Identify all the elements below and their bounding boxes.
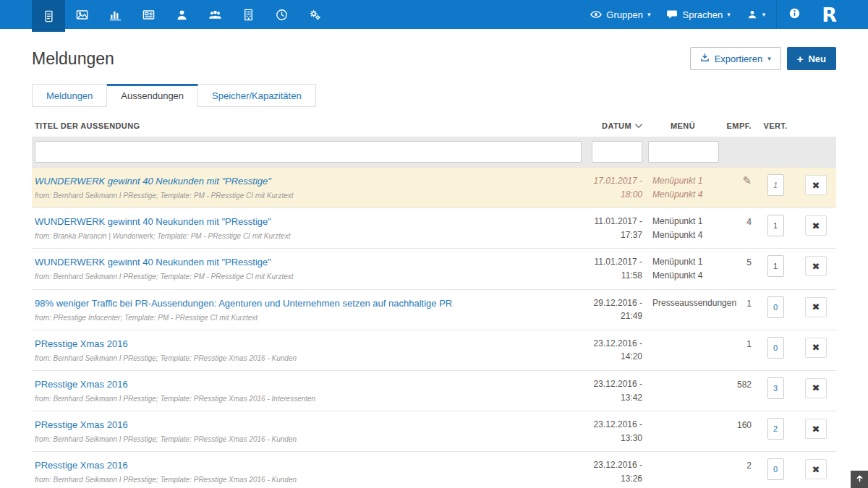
delete-button[interactable]: ✖ xyxy=(805,338,827,358)
delete-button[interactable]: ✖ xyxy=(805,459,827,479)
distribution-count-box[interactable]: 1 xyxy=(767,255,784,277)
column-header-date-label: DATUM xyxy=(602,121,631,130)
dispatch-title-link[interactable]: PResstige Xmas 2016 xyxy=(35,379,128,390)
page-title: Meldungen xyxy=(32,49,114,69)
languages-dropdown[interactable]: Sprachen ▾ xyxy=(658,0,738,29)
dispatch-title-link[interactable]: PResstige Xmas 2016 xyxy=(35,419,128,430)
dispatch-title-link[interactable]: 98% weniger Traffic bei PR-Aussendungen:… xyxy=(35,298,452,309)
table-row: PResstige Xmas 2016 from: Bernhard Seikm… xyxy=(32,370,836,411)
pencil-icon[interactable]: ✎ xyxy=(742,174,752,187)
dispatch-subtitle: from: Bernhard Seikmann I PResstige; Tem… xyxy=(35,273,584,281)
table-row: PResstige Xmas 2016 from: Bernhard Seikm… xyxy=(32,451,836,488)
chevron-down-icon: ▾ xyxy=(767,56,771,62)
tab-aussendungen[interactable]: Aussendungen xyxy=(107,84,198,107)
eye-icon xyxy=(590,9,602,20)
chevron-down-icon: ▾ xyxy=(647,12,651,18)
table-header-row: TITEL DER AUSSENDUNG DATUM MENÜ EMPF. VE… xyxy=(32,114,836,137)
tab-bar: MeldungenAussendungenSpeicher/Kapazitäte… xyxy=(32,84,836,107)
dispatch-menu: Menüpunkt 1Menüpunkt 4 xyxy=(642,174,723,201)
nav-images-icon[interactable] xyxy=(65,0,98,29)
dispatch-table: TITEL DER AUSSENDUNG DATUM MENÜ EMPF. VE… xyxy=(32,114,836,488)
navbar-divider xyxy=(776,0,777,29)
navbar-module-icons xyxy=(32,0,331,29)
table-row: 98% weniger Traffic bei PR-Aussendungen:… xyxy=(32,289,836,330)
dispatch-menu: Menüpunkt 1Menüpunkt 4 xyxy=(642,215,723,241)
column-header-empf[interactable]: EMPF. xyxy=(723,121,755,130)
nav-user-icon[interactable] xyxy=(165,0,198,29)
info-button[interactable] xyxy=(780,0,809,29)
delete-button[interactable]: ✖ xyxy=(805,419,827,439)
table-row: PResstige Xmas 2016 from: Bernhard Seikm… xyxy=(32,330,836,370)
new-button[interactable]: + Neu xyxy=(787,47,836,70)
nav-history-icon[interactable] xyxy=(265,0,298,29)
nav-news-icon[interactable] xyxy=(132,0,165,29)
plus-icon: + xyxy=(797,53,804,64)
navbar-right: Gruppen ▾ Sprachen ▾ ▾ R xyxy=(582,0,868,29)
table-row: WUNDERWERK gewinnt 40 Neukunden mit "PRe… xyxy=(32,248,836,288)
dispatch-title-link[interactable]: PResstige Xmas 2016 xyxy=(35,338,128,349)
user-icon xyxy=(746,9,758,20)
nav-document-icon[interactable] xyxy=(32,0,65,32)
delete-button[interactable]: ✖ xyxy=(805,297,827,317)
dispatch-subtitle: from: Bernhard Seikmann I PResstige; Tem… xyxy=(35,435,584,443)
delete-button[interactable]: ✖ xyxy=(805,175,827,195)
dispatch-title-link[interactable]: WUNDERWERK gewinnt 40 Neukunden mit "PRe… xyxy=(35,176,271,187)
delete-button[interactable]: ✖ xyxy=(805,378,827,398)
column-header-menu[interactable]: MENÜ xyxy=(642,121,723,130)
scroll-to-top-button[interactable] xyxy=(851,471,868,488)
nav-statistics-icon[interactable] xyxy=(98,0,132,29)
column-header-title[interactable]: TITEL DER AUSSENDUNG xyxy=(32,121,584,130)
dispatch-title-link[interactable]: WUNDERWERK gewinnt 40 Neukunden mit "PRe… xyxy=(35,216,271,227)
filter-row xyxy=(32,137,836,167)
nav-users-icon[interactable] xyxy=(198,0,231,29)
column-header-vert[interactable]: VERT. xyxy=(755,121,796,130)
dispatch-title-link[interactable]: WUNDERWERK gewinnt 40 Neukunden mit "PRe… xyxy=(35,257,271,267)
dispatch-date: 17.01.2017 -18:00 xyxy=(584,174,642,201)
distribution-count-box[interactable]: 2 xyxy=(767,418,784,440)
new-label: Neu xyxy=(808,53,826,64)
tab-meldungen[interactable]: Meldungen xyxy=(32,84,107,107)
account-dropdown[interactable]: ▾ xyxy=(739,0,774,29)
app-logo[interactable]: R xyxy=(809,4,843,26)
dispatch-menu: Presseaussendungen xyxy=(642,296,723,310)
distribution-count-box[interactable]: 1 xyxy=(767,174,784,196)
groups-dropdown[interactable]: Gruppen ▾ xyxy=(582,0,658,29)
nav-building-icon[interactable] xyxy=(231,0,265,29)
dispatch-date: 11.01.2017 -11:58 xyxy=(584,255,642,282)
dispatch-subtitle: from: Bernhard Seikmann I PResstige; Tem… xyxy=(35,476,584,484)
title-filter-input[interactable] xyxy=(35,141,582,163)
column-header-date[interactable]: DATUM xyxy=(584,121,642,130)
up-arrow-icon xyxy=(855,473,864,486)
groups-label: Gruppen xyxy=(606,9,643,20)
delete-button[interactable]: ✖ xyxy=(805,256,827,276)
dispatch-title-link[interactable]: PResstige Xmas 2016 xyxy=(35,460,128,471)
distribution-count-box[interactable]: 0 xyxy=(767,337,784,359)
distribution-count-box[interactable]: 3 xyxy=(767,377,784,399)
distribution-count-box[interactable]: 1 xyxy=(767,215,784,236)
table-body: WUNDERWERK gewinnt 40 Neukunden mit "PRe… xyxy=(32,167,836,488)
recipient-count: 4 xyxy=(746,216,752,227)
tab-speicher-kapazit-ten[interactable]: Speicher/Kapazitäten xyxy=(198,84,316,107)
distribution-count-box[interactable]: 0 xyxy=(767,458,784,480)
recipient-count: 582 xyxy=(737,379,752,390)
chevron-down-icon: ▾ xyxy=(727,12,731,18)
delete-button[interactable]: ✖ xyxy=(805,215,827,236)
dispatch-date: 23.12.2016 -13:30 xyxy=(584,418,642,445)
export-button[interactable]: Exportieren ▾ xyxy=(690,47,781,70)
dispatch-subtitle: from: Branka Parancin | Wunderwerk; Temp… xyxy=(35,232,584,240)
recipient-count: 5 xyxy=(746,257,752,267)
dispatch-date: 11.01.2017 -17:37 xyxy=(584,215,642,241)
dispatch-subtitle: from: Bernhard Seikmann I PResstige; Tem… xyxy=(35,395,584,403)
recipient-count: 1 xyxy=(746,338,752,349)
export-label: Exportieren xyxy=(715,53,762,64)
date-filter-input[interactable] xyxy=(592,141,642,163)
nav-settings-icon[interactable] xyxy=(298,0,331,29)
dispatch-subtitle: from: PResstige Infocenter; Template: PM… xyxy=(35,314,584,322)
distribution-count-box[interactable]: 0 xyxy=(767,296,784,318)
sort-desc-icon xyxy=(635,124,642,129)
top-navbar: Gruppen ▾ Sprachen ▾ ▾ R xyxy=(0,0,868,29)
info-icon xyxy=(788,7,801,22)
menu-filter-input[interactable] xyxy=(648,141,719,163)
dispatch-subtitle: from: Bernhard Seikmann I PResstige; Tem… xyxy=(35,354,584,362)
recipient-count: 2 xyxy=(746,460,752,471)
